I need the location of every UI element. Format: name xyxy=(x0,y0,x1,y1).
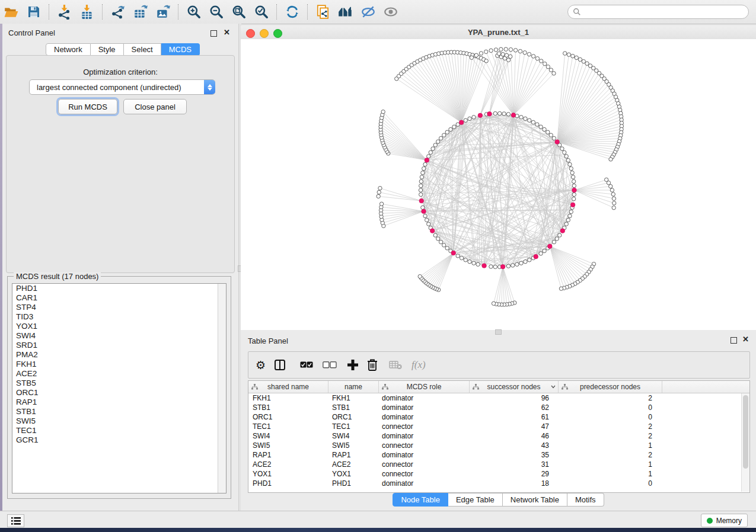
network-node[interactable] xyxy=(419,193,423,196)
mcds-result-item[interactable]: PHD1 xyxy=(12,284,226,293)
network-node[interactable] xyxy=(560,147,564,150)
table-row[interactable]: SWI5SWI5connector431 xyxy=(248,441,749,450)
network-node[interactable] xyxy=(582,60,585,63)
network-node[interactable] xyxy=(423,214,427,217)
network-node[interactable] xyxy=(511,264,515,267)
network-node[interactable] xyxy=(611,193,615,196)
network-node[interactable] xyxy=(607,181,610,184)
mcds-hub-node[interactable] xyxy=(425,158,429,163)
network-node[interactable] xyxy=(484,50,488,53)
network-node[interactable] xyxy=(535,123,539,126)
tab-network[interactable]: Network xyxy=(46,43,91,56)
network-node[interactable] xyxy=(378,186,382,190)
network-node[interactable] xyxy=(445,246,449,250)
mcds-result-item[interactable]: RAP1 xyxy=(12,398,226,407)
network-node[interactable] xyxy=(502,112,506,116)
network-node[interactable] xyxy=(578,57,582,61)
mcds-result-item[interactable]: TID3 xyxy=(12,312,226,322)
export-image-button[interactable] xyxy=(152,2,174,21)
network-node[interactable] xyxy=(572,184,576,187)
network-node[interactable] xyxy=(528,258,531,262)
network-node[interactable] xyxy=(609,184,613,188)
network-node[interactable] xyxy=(493,265,497,268)
network-node[interactable] xyxy=(484,59,488,63)
table-row[interactable]: YOX1YOX1connector291 xyxy=(248,469,749,479)
mcds-result-item[interactable]: PMA2 xyxy=(12,350,226,360)
show-column-button[interactable] xyxy=(274,356,286,374)
network-node[interactable] xyxy=(531,120,535,124)
select-all-button[interactable] xyxy=(300,356,313,374)
delete-columns-button[interactable] xyxy=(367,356,378,374)
create-column-button[interactable] xyxy=(347,356,358,374)
mcds-result-item[interactable]: ACE2 xyxy=(12,369,226,379)
network-node[interactable] xyxy=(499,47,503,51)
network-node[interactable] xyxy=(509,47,512,51)
table-settings-button[interactable]: ⚙ xyxy=(256,356,266,374)
network-node[interactable] xyxy=(612,197,615,200)
show-details-button[interactable] xyxy=(379,2,402,21)
mcds-hub-node[interactable] xyxy=(459,120,464,125)
mcds-hub-node[interactable] xyxy=(570,203,575,207)
network-node[interactable] xyxy=(493,111,497,115)
deselect-all-button[interactable] xyxy=(323,356,337,374)
network-node[interactable] xyxy=(418,274,422,278)
mcds-result-item[interactable]: TEC1 xyxy=(12,426,226,435)
network-node[interactable] xyxy=(501,53,505,56)
tab-style[interactable]: Style xyxy=(91,43,124,56)
network-node[interactable] xyxy=(427,155,430,158)
mcds-hub-node[interactable] xyxy=(451,251,456,255)
export-network-button[interactable] xyxy=(107,2,129,21)
table-row[interactable]: ORC1ORC1dominator610 xyxy=(248,412,749,422)
mcds-result-item[interactable]: YOX1 xyxy=(12,322,226,331)
network-node[interactable] xyxy=(494,48,497,52)
network-node[interactable] xyxy=(552,72,556,75)
network-node[interactable] xyxy=(519,116,523,119)
network-node[interactable] xyxy=(572,193,576,196)
network-node[interactable] xyxy=(456,254,460,258)
criterion-dropdown[interactable]: largest connected component (undirected) xyxy=(29,79,215,95)
mcds-result-item[interactable]: STP4 xyxy=(12,303,226,312)
mcds-result-item[interactable]: FKH1 xyxy=(12,360,226,369)
network-node[interactable] xyxy=(429,150,432,154)
network-node[interactable] xyxy=(568,162,572,166)
mcds-hub-node[interactable] xyxy=(422,209,426,214)
network-node[interactable] xyxy=(470,56,473,59)
table-row[interactable]: FKH1FKH1dominator962 xyxy=(248,393,749,403)
network-node[interactable] xyxy=(572,180,575,183)
network-node[interactable] xyxy=(543,127,546,131)
network-node[interactable] xyxy=(563,150,566,154)
network-node[interactable] xyxy=(472,116,476,119)
network-node[interactable] xyxy=(468,117,471,120)
close-panel-icon[interactable]: ✕ xyxy=(224,28,230,37)
network-node[interactable] xyxy=(464,118,467,122)
network-node[interactable] xyxy=(425,218,429,222)
tab-node-table[interactable]: Node Table xyxy=(393,493,448,507)
network-node[interactable] xyxy=(558,233,562,237)
table-row[interactable]: STB1STB1dominator620 xyxy=(248,403,749,412)
mcds-result-item[interactable]: SRD1 xyxy=(12,341,226,350)
network-node[interactable] xyxy=(566,218,570,222)
network-node[interactable] xyxy=(539,125,543,129)
network-node[interactable] xyxy=(571,54,575,57)
network-node[interactable] xyxy=(612,206,615,209)
network-node[interactable] xyxy=(568,214,572,217)
network-node[interactable] xyxy=(433,233,437,237)
network-node[interactable] xyxy=(519,261,523,265)
zoom-in-button[interactable] xyxy=(183,2,205,21)
network-node[interactable] xyxy=(421,206,425,209)
network-node[interactable] xyxy=(433,143,437,147)
network-node[interactable] xyxy=(436,140,440,143)
network-canvas[interactable] xyxy=(241,39,756,330)
memory-button[interactable]: Memory xyxy=(701,514,748,527)
table-row[interactable]: ACE2ACE2connector311 xyxy=(248,460,749,469)
network-node[interactable] xyxy=(535,57,539,60)
close-table-panel-icon[interactable]: ✕ xyxy=(742,335,749,344)
network-node[interactable] xyxy=(540,59,543,63)
network-node[interactable] xyxy=(570,171,574,174)
column-header-shared-name[interactable]: shared name xyxy=(248,381,328,393)
network-node[interactable] xyxy=(549,68,553,72)
mcds-hub-node[interactable] xyxy=(572,188,577,193)
mcds-result-list[interactable]: PHD1CAR1STP4TID3YOX1SWI4SRD1PMA2FKH1ACE2… xyxy=(12,283,227,493)
network-node[interactable] xyxy=(431,147,435,150)
float-window-icon[interactable] xyxy=(210,30,217,37)
